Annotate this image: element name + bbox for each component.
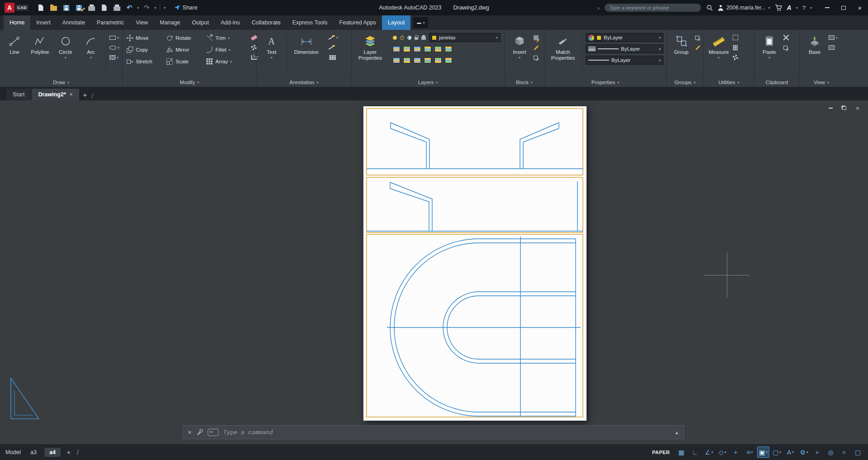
drawing-restore-button[interactable] bbox=[841, 105, 847, 111]
close-button[interactable]: × bbox=[852, 0, 868, 15]
layer-on-icon[interactable] bbox=[393, 36, 397, 40]
autodesk-logo-icon[interactable]: A bbox=[787, 4, 792, 11]
edit-block-icon[interactable] bbox=[534, 34, 539, 41]
panel-block-label[interactable]: Block▾ bbox=[505, 77, 544, 87]
open-folder-icon[interactable] bbox=[48, 3, 58, 13]
annotation-monitor-icon[interactable]: + bbox=[811, 446, 824, 458]
text-button[interactable]: A Text ▾ bbox=[259, 32, 284, 60]
multileader-tool-icon[interactable] bbox=[329, 44, 338, 51]
drawing-minimize-button[interactable] bbox=[827, 105, 834, 111]
isolate-objects-icon[interactable]: ◎ bbox=[825, 446, 837, 458]
cart-icon[interactable] bbox=[775, 5, 782, 11]
quick-calculator-icon[interactable] bbox=[733, 44, 738, 51]
layer-thaw-icon[interactable] bbox=[414, 57, 421, 63]
ellipse-tool-icon[interactable]: ▾ bbox=[110, 44, 119, 51]
minimize-button[interactable] bbox=[819, 0, 835, 15]
ribbon-display-toggle[interactable]: ▬ ▾ bbox=[413, 17, 428, 28]
panel-annotation-label[interactable]: Annotation▾ bbox=[257, 77, 351, 87]
maximize-button[interactable] bbox=[835, 0, 852, 15]
autocad-app-menu[interactable]: A CAD bbox=[5, 3, 29, 13]
tab-featured-apps[interactable]: Featured Apps bbox=[334, 15, 382, 30]
match-properties-button[interactable]: Match Properties bbox=[547, 32, 579, 61]
panel-properties-label[interactable]: Properties▾ bbox=[544, 77, 666, 87]
polyline-button[interactable]: Polyline bbox=[28, 32, 52, 55]
move-button[interactable]: Move bbox=[125, 34, 165, 42]
stretch-button[interactable]: Stretch bbox=[125, 58, 165, 65]
layer-viewport-freeze-icon[interactable] bbox=[407, 36, 411, 40]
tab-view[interactable]: View bbox=[130, 15, 154, 30]
fillet-button[interactable]: Fillet▾ bbox=[205, 46, 245, 53]
arc-button[interactable]: Arc ▾ bbox=[79, 32, 103, 60]
save-as-icon[interactable] bbox=[74, 3, 84, 13]
dimension-button[interactable]: Dimension bbox=[291, 32, 322, 55]
tab-collaborate[interactable]: Collaborate bbox=[246, 15, 286, 30]
viewport-config-icon[interactable]: ▾ bbox=[829, 34, 838, 41]
table-tool-icon[interactable] bbox=[329, 54, 338, 61]
tab-insert[interactable]: Insert bbox=[30, 15, 56, 30]
layer-thaw-sun-icon[interactable] bbox=[400, 36, 404, 40]
line-button[interactable]: Line bbox=[3, 32, 26, 55]
layer-freeze-icon[interactable] bbox=[414, 46, 421, 52]
object-snap-tracking-icon[interactable]: + bbox=[730, 446, 742, 458]
copy-clip-icon[interactable] bbox=[783, 44, 789, 51]
customize-wrench-icon[interactable] bbox=[196, 429, 203, 436]
redo-icon[interactable]: ↷ bbox=[142, 3, 152, 13]
named-views-icon[interactable] bbox=[829, 44, 838, 51]
hatch-tool-icon[interactable]: ▾ bbox=[110, 54, 119, 61]
cut-icon[interactable] bbox=[783, 34, 789, 41]
model-tab[interactable]: Model bbox=[5, 449, 21, 455]
publish-icon[interactable] bbox=[99, 3, 109, 13]
array-button[interactable]: Array▾ bbox=[205, 58, 245, 65]
circle-button[interactable]: Circle ▾ bbox=[54, 32, 77, 60]
save-icon[interactable] bbox=[61, 3, 71, 13]
paste-button[interactable]: Paste ▾ bbox=[757, 32, 782, 60]
account-menu[interactable]: 2006.maria.fer... ▾ bbox=[718, 5, 770, 11]
new-file-icon[interactable] bbox=[36, 3, 46, 13]
tab-manage[interactable]: Manage bbox=[154, 15, 186, 30]
help-caret-icon[interactable]: ▾ bbox=[810, 6, 812, 10]
layer-lock-state-icon[interactable] bbox=[415, 37, 418, 40]
command-close-icon[interactable]: × bbox=[188, 429, 191, 436]
close-tab-icon[interactable]: × bbox=[70, 91, 73, 98]
autodesk-caret-icon[interactable]: ▾ bbox=[796, 6, 798, 10]
drawing-area[interactable]: × × ▲ bbox=[0, 100, 868, 444]
layer-properties-button[interactable]: Layer Properties bbox=[354, 32, 386, 61]
tab-drawing2[interactable]: Drawing2* × bbox=[32, 89, 79, 100]
tab-start[interactable]: Start bbox=[6, 89, 31, 100]
panel-utilities-label[interactable]: Utilities▾ bbox=[704, 77, 754, 87]
layer-match-icon[interactable] bbox=[434, 46, 442, 52]
copy-button[interactable]: Copy bbox=[125, 46, 165, 53]
batch-plot-icon[interactable] bbox=[112, 3, 122, 13]
layer-plot-icon[interactable] bbox=[421, 37, 426, 40]
object-snap-icon[interactable]: ▣▾ bbox=[757, 446, 769, 458]
command-input[interactable] bbox=[223, 429, 670, 436]
trim-button[interactable]: Trim▾ bbox=[205, 34, 245, 42]
layer-unisolate-icon[interactable] bbox=[403, 57, 410, 63]
linetype-dropdown[interactable]: ByLayer ▾ bbox=[586, 56, 663, 65]
tab-layout[interactable]: Layout bbox=[382, 15, 411, 30]
ortho-icon[interactable]: ∟ bbox=[689, 446, 701, 458]
base-button[interactable]: Base bbox=[802, 32, 827, 55]
tab-express-tools[interactable]: Express Tools bbox=[286, 15, 334, 30]
layer-dropdown[interactable]: janelas ▾ bbox=[429, 33, 501, 42]
object-color-dropdown[interactable]: ByLayer ▾ bbox=[586, 33, 663, 42]
group-edit-icon[interactable] bbox=[695, 44, 701, 51]
layer-state-icon[interactable] bbox=[434, 57, 442, 63]
help-icon[interactable]: ? bbox=[802, 5, 806, 11]
create-block-icon[interactable] bbox=[534, 44, 539, 51]
leader-tool-icon[interactable]: ▾ bbox=[329, 34, 338, 41]
drawing-close-button[interactable]: × bbox=[854, 105, 861, 111]
tab-home[interactable]: Home bbox=[4, 15, 30, 30]
measure-button[interactable]: Measure ▾ bbox=[706, 32, 731, 60]
search-input[interactable] bbox=[604, 3, 701, 12]
undo-icon[interactable]: ↶ bbox=[124, 3, 134, 13]
panel-layers-label[interactable]: Layers▾ bbox=[352, 77, 504, 87]
clean-screen-icon[interactable]: ▢ bbox=[852, 446, 864, 458]
graphics-performance-icon[interactable]: ≈ bbox=[839, 446, 851, 458]
tab-parametric[interactable]: Parametric bbox=[91, 15, 130, 30]
collapse-chevron-icon[interactable]: › bbox=[598, 5, 600, 11]
layer-off-icon[interactable] bbox=[393, 46, 400, 52]
layer-previous-icon[interactable] bbox=[393, 57, 400, 63]
point-style-icon[interactable] bbox=[733, 54, 738, 61]
panel-modify-label[interactable]: Modify▾ bbox=[123, 77, 256, 87]
